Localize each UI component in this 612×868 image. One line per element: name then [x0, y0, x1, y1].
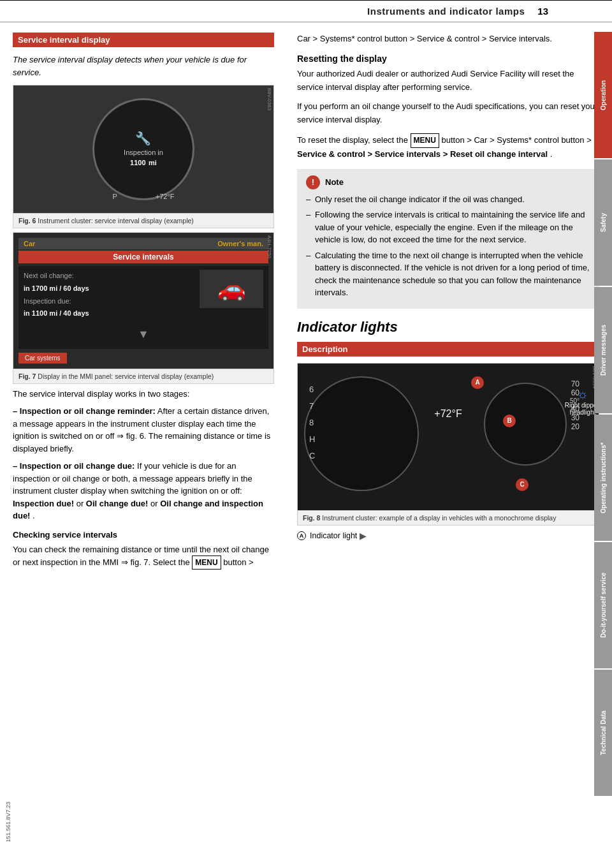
steps-list: – Inspection or oil change reminder: Aft… — [13, 405, 274, 522]
resetting-bold1: Service & control > Service intervals > … — [297, 149, 548, 159]
description-heading: Description — [297, 342, 599, 357]
badge-a: A — [471, 376, 484, 389]
gauge-inner: 🔧 Inspection in 1100 mi — [124, 131, 163, 168]
fig8-left-gauge — [304, 376, 419, 491]
note-body: Only reset the oil change indicator if t… — [306, 193, 590, 299]
mmi-title: Service intervals — [18, 251, 268, 263]
indicator-heading: Indicator lights — [297, 319, 599, 335]
fig6-container: 🔧 Inspection in 1100 mi P +72°F B8V-0363… — [13, 85, 274, 228]
step1-label: – Inspection or oil change reminder: — [13, 406, 156, 416]
gauge-cluster: 🔧 Inspection in 1100 mi — [92, 98, 194, 200]
tab-diy[interactable]: Do-it-yourself service — [594, 542, 612, 668]
indicator-light-row: A Indicator light ▶ — [297, 531, 599, 541]
fig8-label: Fig. 8 — [303, 514, 320, 522]
resetting-text1: Your authorized Audi dealer or authorize… — [297, 68, 599, 94]
fig6-watermark: B8V-0363 — [266, 88, 272, 110]
intro-text: The service interval display detects whe… — [13, 54, 274, 78]
note-label: Note — [325, 176, 344, 189]
resetting-text5: . — [550, 149, 553, 159]
fig8-caption-text: Instrument cluster: example of a display… — [322, 514, 556, 522]
step2-bold1: Inspection due! — [13, 499, 74, 508]
step2-text3: or — [150, 499, 160, 508]
badge-c: C — [516, 478, 528, 491]
note-icon: ! — [306, 175, 320, 189]
step2-text2: or — [76, 499, 86, 508]
resetting-text3-para: To reset the display, select the MENU bu… — [297, 133, 599, 161]
left-gauge-numbers: 6 7 8 H C — [309, 381, 315, 464]
mmi-owners-label: Owner's man. — [217, 240, 263, 247]
note-box: ! Note Only reset the oil change indicat… — [297, 169, 599, 309]
header-title: Instruments and indicator lamps — [367, 6, 525, 17]
checking-text2: button > — [223, 557, 253, 567]
mmi-car-label: Car — [24, 240, 35, 247]
resetting-heading: Resetting the display — [297, 54, 599, 64]
fig7-watermark: A4H-7250 — [266, 235, 272, 258]
menu-button-left: MENU — [192, 555, 221, 570]
checking-text-para: You can check the remaining distance or … — [13, 543, 274, 570]
fig7-label: Fig. 7 — [18, 372, 36, 380]
center-display: +72°F — [434, 408, 462, 420]
step2-bold2: Oil change due! — [86, 499, 149, 508]
left-column: Service interval display The service int… — [0, 22, 287, 582]
checking-heading: Checking service intervals — [13, 530, 274, 540]
fig6-label: Fig. 6 — [18, 217, 36, 224]
wrench-icon: 🔧 — [124, 131, 163, 146]
tab-driver[interactable]: Driver messages — [594, 287, 612, 413]
section-heading: Service interval display — [13, 33, 274, 47]
fig7-caption: Fig. 7 Display in the MMI panel: service… — [13, 369, 273, 383]
tab-operating[interactable]: Operating instruc­tions* — [594, 415, 612, 541]
fig6-image: 🔧 Inspection in 1100 mi P +72°F B8V-0363 — [13, 85, 273, 213]
resetting-text3: To reset the display, select the — [297, 135, 408, 145]
mmi-content: 🚗 Next oil change: in 1700 mi / 60 days … — [18, 266, 268, 349]
tab-safety[interactable]: Safety — [594, 159, 612, 286]
gauge-bottom: P +72°F — [112, 193, 174, 200]
works-text: The service interval display works in tw… — [13, 388, 274, 401]
mmi-footer: Car systems — [18, 353, 268, 364]
tab-operation[interactable]: Operation — [594, 32, 612, 158]
fig8-caption: Fig. 8 Instrument cluster: example of a … — [298, 510, 599, 525]
note-list: Only reset the oil change indicator if t… — [306, 193, 590, 299]
fig8-container: 6 7 8 H C ☼ Right dipped headlight A — [297, 363, 599, 526]
path-text-span: Car > Systems* control button > Service … — [297, 34, 552, 43]
step2-period: . — [33, 511, 35, 520]
fig7-image: Car Owner's man. Service intervals 🚗 Nex… — [13, 233, 273, 369]
step1: – Inspection or oil change reminder: Aft… — [13, 405, 274, 455]
gauge-mileage: 1100 mi — [124, 156, 163, 168]
note-item-3: Calculating the time to the next oil cha… — [306, 249, 590, 299]
fig8-image: 6 7 8 H C ☼ Right dipped headlight A — [298, 364, 599, 510]
mmi-scroll-arrow: ▼ — [24, 324, 263, 344]
menu-button-right: MENU — [411, 133, 439, 148]
main-content: Service interval display The service int… — [0, 22, 612, 582]
right-column: Car > Systems* control button > Service … — [287, 22, 612, 582]
note-item-2: Following the service intervals is criti… — [306, 209, 590, 246]
tab-technical[interactable]: Technical Data — [594, 670, 612, 796]
fig7-caption-text: Display in the MMI panel: service interv… — [38, 372, 214, 380]
note-item-1: Only reset the oil change indicator if t… — [306, 193, 590, 206]
resetting-text2: If you perform an oil change yourself to… — [297, 100, 599, 127]
speed-numbers: 70 60 50° 40 30 20 — [570, 379, 579, 431]
path-text: Car > Systems* control button > Service … — [297, 33, 599, 46]
page-watermark: 151.561.8V7.23 — [5, 802, 11, 842]
step2: – Inspection or oil change due: If your … — [13, 460, 274, 522]
indicator-circle-a: A — [297, 531, 306, 540]
page-header: Instruments and indicator lamps 13 — [0, 1, 612, 22]
indicator-text: Indicator light — [310, 531, 357, 540]
badge-b: B — [503, 415, 516, 427]
gauge-p: P — [112, 193, 117, 200]
step2-label: – Inspection or oil change due: — [13, 461, 135, 471]
car-silhouette-icon: 🚗 — [217, 270, 246, 309]
fig8-right-gauge: ☼ Right dipped headlight — [484, 383, 567, 466]
gauge-inspection-text: Inspection in — [124, 149, 163, 156]
mmi-header: Car Owner's man. — [18, 238, 268, 249]
resetting-text4: button > Car > Systems* control button > — [442, 135, 592, 145]
mmi-car-image: 🚗 — [200, 270, 263, 308]
gauge-temp: +72°F — [156, 193, 175, 200]
note-header: ! Note — [306, 175, 590, 189]
mmi-tab: Car systems — [18, 353, 67, 364]
fig7-container: Car Owner's man. Service intervals 🚗 Nex… — [13, 232, 274, 384]
side-tabs: Operation Safety Driver messages Operati… — [594, 32, 612, 797]
fig6-caption-text: Instrument cluster: service interval dis… — [38, 217, 194, 224]
page-number: 13 — [537, 6, 548, 17]
arrow-more: ▶ — [360, 531, 367, 541]
temp-display: +72°F — [434, 408, 462, 420]
